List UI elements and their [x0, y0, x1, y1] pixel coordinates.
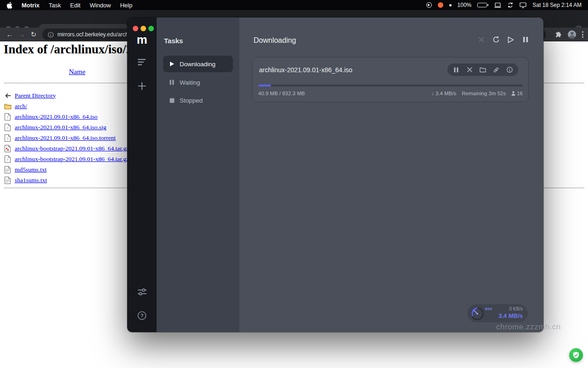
laptop-icon[interactable]	[494, 2, 501, 8]
reload-button[interactable]: ↻	[28, 30, 40, 39]
motrix-nav-rail: m ?	[127, 17, 157, 332]
menu-app-name[interactable]: Motrix	[22, 2, 40, 9]
file-link[interactable]: archlinux-bootstrap-2021.09.01-x86_64.ta…	[15, 155, 138, 163]
file-link[interactable]: Parent Directory	[15, 92, 56, 99]
file-link[interactable]: arch/	[15, 103, 27, 110]
zoom-button[interactable]	[148, 26, 154, 31]
stop-icon	[169, 98, 175, 103]
upload-speed-text: 0 KB/s	[498, 306, 523, 311]
task-speed-text: 3.4 MB/s	[435, 91, 456, 96]
motrix-logo: m	[127, 33, 157, 46]
svg-text:?: ?	[6, 136, 8, 141]
screen: Motrix Task Edit Window Help 100% Sat 18	[0, 0, 588, 368]
file-link[interactable]: md5sums.txt	[15, 166, 46, 173]
extension-shield-button[interactable]	[569, 348, 583, 362]
text-file-icon	[4, 166, 11, 173]
unknown-file-icon: ?	[4, 124, 11, 131]
pause-task-icon[interactable]	[453, 67, 459, 73]
progress-fill	[258, 85, 271, 86]
resume-all-icon[interactable]	[507, 36, 514, 43]
sidebar-item-label: Waiting	[180, 79, 200, 86]
status-orange-icon[interactable]	[438, 2, 443, 8]
download-speed-text: 3.4 MB/s	[498, 312, 523, 319]
motrix-window: m ? Tasks Downloading	[127, 17, 543, 332]
extensions-puzzle-icon[interactable]	[555, 31, 562, 38]
delete-task-icon[interactable]	[466, 67, 473, 73]
menu-edit[interactable]: Edit	[70, 2, 80, 9]
svg-text:?: ?	[6, 115, 8, 120]
download-arrow-icon: ↓	[431, 91, 434, 96]
open-folder-icon[interactable]	[480, 67, 486, 73]
task-info-icon[interactable]	[506, 67, 513, 73]
menu-task[interactable]: Task	[49, 2, 61, 9]
sidebar-item-label: Downloading	[180, 61, 215, 68]
text-file-icon	[4, 177, 11, 184]
site-info-icon[interactable]	[48, 32, 54, 38]
forward-button[interactable]: →	[16, 30, 28, 38]
file-link[interactable]: archlinux-2021.09.01-x86_64.iso.torrent	[15, 134, 116, 142]
peers-icon	[511, 91, 515, 96]
sync-icon[interactable]	[507, 2, 514, 8]
clear-tasks-icon[interactable]	[478, 36, 485, 43]
sidebar-item-downloading[interactable]: Downloading	[163, 56, 233, 72]
motrix-sidebar: Tasks Downloading Waiting Stopped	[157, 17, 239, 332]
profile-avatar[interactable]	[568, 30, 576, 39]
refresh-icon[interactable]	[492, 36, 500, 43]
apple-icon[interactable]	[6, 2, 12, 9]
task-size-text: 40.9 MB / 832.3 MB	[258, 91, 305, 96]
unknown-file-icon: ?	[4, 113, 11, 121]
task-list-button[interactable]	[127, 59, 157, 65]
menu-help[interactable]: Help	[120, 2, 132, 9]
folder-icon	[4, 103, 11, 110]
speed-gauge-icon	[469, 306, 485, 323]
progress-bar	[258, 85, 523, 86]
menu-bar: Motrix Task Edit Window Help 100% Sat 18	[0, 0, 588, 10]
play-icon	[169, 61, 175, 67]
task-remaining-text: Remaining 3m 52s	[462, 91, 506, 96]
sidebar-item-label: Stopped	[180, 97, 203, 104]
svg-text:?: ?	[141, 313, 144, 318]
help-button[interactable]: ?	[127, 311, 157, 320]
task-filename: archlinux-2021.09.01-x86_64.iso	[259, 66, 352, 74]
status-ring-icon[interactable]	[426, 2, 432, 8]
add-task-button[interactable]	[127, 82, 157, 90]
unknown-file-icon: ?	[4, 155, 11, 163]
sidebar-item-stopped[interactable]: Stopped	[163, 92, 233, 109]
task-action-bar	[447, 63, 518, 76]
shield-check-icon	[572, 351, 580, 359]
sidebar-title: Tasks	[164, 37, 183, 45]
browser-menu-icon[interactable]	[582, 31, 583, 38]
menu-window[interactable]: Window	[90, 2, 111, 9]
pause-icon	[169, 80, 175, 85]
display-icon[interactable]	[520, 2, 526, 8]
menu-clock[interactable]: Sat 18 Sep 2:14 AM	[532, 2, 582, 8]
battery-icon[interactable]	[477, 3, 488, 7]
close-button[interactable]	[133, 26, 138, 31]
file-link[interactable]: archlinux-bootstrap-2021.09.01-x86_64.ta…	[15, 145, 129, 152]
gauge-max-label: MAX	[485, 307, 492, 310]
watermark: chrome.zzzmh.cn	[496, 322, 561, 332]
svg-text:?: ?	[6, 126, 8, 130]
unknown-file-icon: ?	[4, 134, 11, 142]
file-link[interactable]: archlinux-2021.09.01-x86_64.iso.sig	[15, 124, 106, 131]
back-button[interactable]: ←	[4, 30, 16, 38]
recording-dot-icon	[449, 4, 452, 6]
file-link[interactable]: sha1sums.txt	[15, 177, 47, 184]
main-panel-title: Downloading	[254, 36, 296, 45]
compressed-file-icon	[4, 145, 11, 152]
parent-arrow-icon	[4, 92, 11, 99]
copy-link-icon[interactable]	[493, 67, 499, 73]
minimize-button[interactable]	[141, 26, 146, 31]
download-task-card[interactable]: archlinux-2021.09.01-x86_64.iso	[252, 57, 529, 102]
sidebar-item-waiting[interactable]: Waiting	[163, 74, 233, 91]
battery-percent: 100%	[458, 2, 472, 8]
motrix-main-panel: Downloading archlinux-2021.09.01-x86_64.…	[239, 17, 543, 332]
preferences-button[interactable]	[127, 288, 157, 295]
file-link[interactable]: archlinux-2021.09.01-x86_64.iso	[15, 113, 97, 121]
speed-widget[interactable]: MAX 0 KB/s 3.4 MB/s	[467, 304, 528, 323]
pause-all-icon[interactable]	[522, 36, 529, 43]
peers-count: 16	[517, 91, 523, 96]
svg-text:?: ?	[6, 157, 8, 162]
name-column-header[interactable]: Name	[69, 68, 85, 76]
